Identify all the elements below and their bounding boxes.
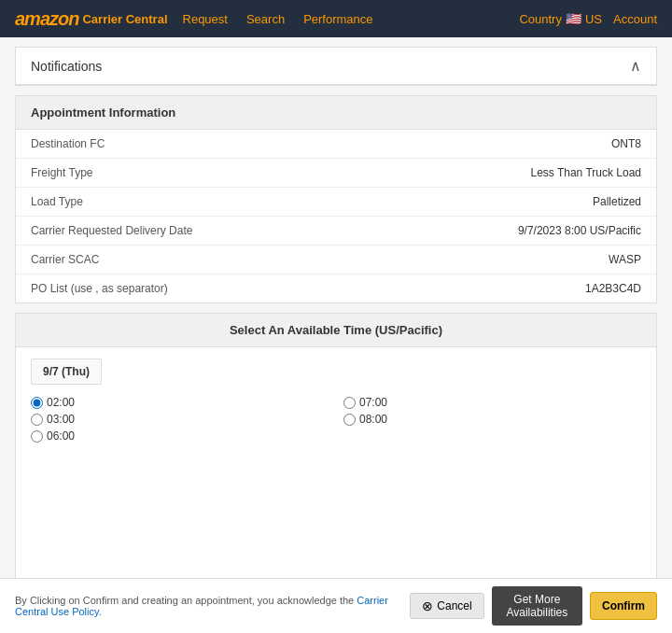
country-label: Country — [519, 12, 562, 26]
time-option-07[interactable]: 07:00 — [343, 396, 641, 409]
load-value: Palletized — [593, 195, 641, 208]
time-label-06[interactable]: 06:00 — [47, 429, 75, 443]
info-row-po: PO List (use , as separator) 1A2B3C4D — [16, 274, 656, 302]
destination-value: ONT8 — [611, 137, 641, 150]
time-radio-03[interactable] — [31, 414, 43, 426]
nav-search[interactable]: Search — [246, 12, 285, 26]
footer-actions: ⊗ Cancel Get More Availabilities Confirm — [410, 586, 657, 626]
select-time-title: Select An Available Time (US/Pacific) — [230, 323, 442, 337]
nav-account[interactable]: Account — [613, 12, 657, 26]
nav-right: Country 🇺🇸 US Account — [519, 11, 657, 26]
nav-performance[interactable]: Performance — [303, 12, 372, 26]
cancel-icon: ⊗ — [422, 598, 433, 613]
time-label-08[interactable]: 08:00 — [359, 413, 387, 426]
scac-label: Carrier SCAC — [31, 253, 99, 266]
footer-bar: By Clicking on Confirm and creating an a… — [0, 578, 672, 628]
date-box: 9/7 (Thu) — [31, 359, 102, 385]
time-radio-08[interactable] — [343, 414, 356, 426]
freight-label: Freight Type — [31, 166, 92, 179]
notifications-section: Notifications ∧ — [15, 47, 657, 86]
info-row-scac: Carrier SCAC WASP — [16, 246, 656, 274]
info-row-freight: Freight Type Less Than Truck Load — [16, 159, 656, 188]
load-label: Load Type — [31, 195, 83, 208]
cancel-button[interactable]: ⊗ Cancel — [410, 593, 483, 619]
time-selection-body: 9/7 (Thu) 02:00 07:00 03:00 08:00 — [16, 347, 656, 609]
appointment-title: Appointment Information — [31, 106, 175, 120]
time-label-07[interactable]: 07:00 — [359, 396, 387, 409]
cancel-label: Cancel — [437, 599, 471, 612]
time-label-03[interactable]: 03:00 — [47, 413, 75, 426]
country-selector[interactable]: Country 🇺🇸 US — [519, 11, 602, 26]
time-label-02[interactable]: 02:00 — [47, 396, 75, 409]
carrier-central-label: Carrier Central — [82, 12, 167, 26]
time-option-06[interactable]: 06:00 — [31, 429, 329, 443]
confirm-button[interactable]: Confirm — [590, 592, 657, 620]
time-radio-02[interactable] — [31, 397, 43, 409]
info-row-delivery-date: Carrier Requested Delivery Date 9/7/2023… — [16, 217, 656, 246]
info-row-load: Load Type Palletized — [16, 188, 656, 217]
time-radio-06[interactable] — [31, 430, 43, 443]
time-radio-07[interactable] — [343, 397, 356, 409]
nav-request[interactable]: Request — [183, 12, 228, 26]
footer-text: By Clicking on Confirm and creating an a… — [15, 595, 410, 617]
time-option-02[interactable]: 02:00 — [31, 396, 329, 409]
amazon-logo: amazon — [15, 8, 78, 30]
main-content: Notifications ∧ Appointment Information … — [0, 37, 672, 628]
select-time-header: Select An Available Time (US/Pacific) — [16, 314, 656, 347]
po-value: 1A2B3C4D — [585, 282, 641, 295]
info-row-destination: Destination FC ONT8 — [16, 130, 656, 159]
chevron-up-icon[interactable]: ∧ — [630, 57, 641, 75]
appointment-section: Appointment Information Destination FC O… — [15, 95, 657, 303]
notifications-header: Notifications ∧ — [16, 48, 656, 85]
time-option-03[interactable]: 03:00 — [31, 413, 329, 426]
brand: amazon Carrier Central — [15, 8, 168, 30]
more-availabilities-button[interactable]: Get More Availabilities — [492, 586, 582, 626]
notifications-title: Notifications — [31, 59, 102, 74]
destination-label: Destination FC — [31, 137, 105, 150]
navbar: amazon Carrier Central Request Search Pe… — [0, 0, 672, 37]
region-label: US — [585, 12, 602, 26]
po-label: PO List (use , as separator) — [31, 282, 168, 295]
footer-disclaimer: By Clicking on Confirm and creating an a… — [15, 595, 357, 606]
time-grid: 02:00 07:00 03:00 08:00 06:00 — [31, 396, 641, 443]
nav-links: Request Search Performance — [183, 12, 520, 26]
flag-icon: 🇺🇸 — [566, 11, 581, 26]
select-time-section: Select An Available Time (US/Pacific) 9/… — [15, 313, 657, 610]
freight-value: Less Than Truck Load — [530, 166, 641, 179]
scac-value: WASP — [609, 253, 641, 266]
delivery-date-value: 9/7/2023 8:00 US/Pacific — [518, 224, 641, 237]
delivery-date-label: Carrier Requested Delivery Date — [31, 224, 192, 237]
appointment-header: Appointment Information — [16, 96, 656, 130]
time-option-08[interactable]: 08:00 — [343, 413, 641, 426]
